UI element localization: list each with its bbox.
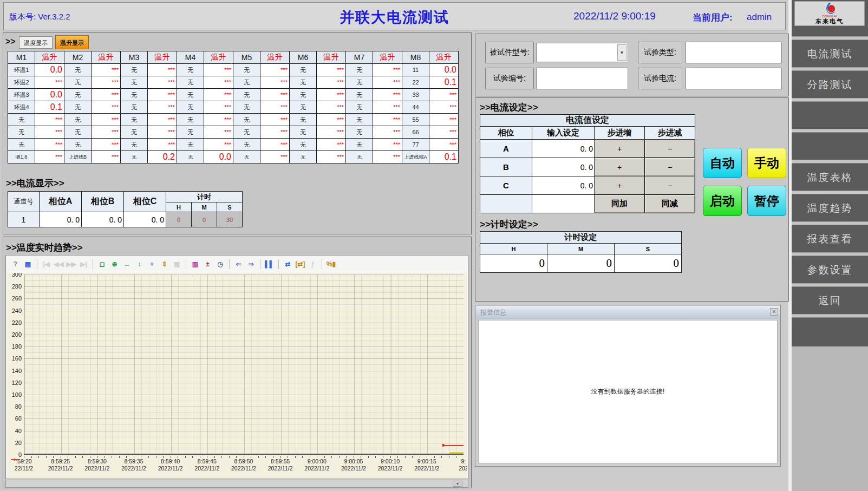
temp-rise-value: *** <box>429 114 459 126</box>
temp-rise-value: *** <box>35 126 64 139</box>
device-model-input[interactable] <box>537 43 628 62</box>
manual-button[interactable]: 手动 <box>747 148 786 178</box>
temp-rise-value: *** <box>92 64 121 76</box>
chart-scrollbar[interactable]: ▼ <box>5 480 468 488</box>
chart-settings-icon[interactable]: ▦ <box>22 258 34 270</box>
close-icon[interactable]: ✕ <box>770 308 778 316</box>
sidebar-item-parameter-settings[interactable]: 参数设置 <box>792 257 868 284</box>
zoom-vertical-icon[interactable]: ↕ <box>134 258 145 270</box>
phase-c-step-up-button[interactable]: + <box>595 176 645 195</box>
test-type-field[interactable] <box>686 42 782 63</box>
all-step-up-button[interactable]: 同加 <box>595 195 645 213</box>
test-type-input[interactable] <box>686 42 781 63</box>
measure-point-label: 无 <box>121 76 148 89</box>
phase-a-step-down-button[interactable]: − <box>645 140 695 158</box>
channel-number: 1 <box>8 212 40 227</box>
y-axis-tick-label: 260 <box>6 295 22 302</box>
phase-b-step-up-button[interactable]: + <box>595 158 645 176</box>
nav-first-icon: |◀ <box>41 258 52 270</box>
temp-rise-value: *** <box>429 89 459 101</box>
col-header-timer: 计时 <box>166 192 243 202</box>
measure-point-label: 无 <box>8 114 35 126</box>
zoom-in-icon[interactable]: ⊕ <box>109 258 120 270</box>
pause-button[interactable]: 暂停 <box>747 186 786 216</box>
legend-icon[interactable]: ▥ <box>190 258 201 270</box>
test-number-field[interactable] <box>536 68 628 89</box>
phase-empty-setting[interactable] <box>532 195 595 213</box>
temp-rise-value: *** <box>204 101 233 114</box>
phase-b-step-down-button[interactable]: − <box>645 158 695 176</box>
phase-b-setting[interactable]: 0. 0 <box>532 158 595 176</box>
sidebar-item-temperature-trend[interactable]: 温度趋势 <box>792 195 868 222</box>
percent-scale-icon[interactable]: %▮ <box>325 258 337 270</box>
span-brackets-icon[interactable]: [⇄] <box>295 258 306 270</box>
axis-scale-icon[interactable]: ⇕ <box>159 258 170 270</box>
test-current-field[interactable] <box>686 68 782 89</box>
sidebar-item-temperature-table[interactable]: 温度表格 <box>792 164 868 191</box>
test-current-input[interactable] <box>686 68 781 89</box>
temp-rise-value: *** <box>92 89 121 101</box>
pan-icon[interactable]: + <box>146 258 158 270</box>
temp-rise-value: *** <box>148 114 177 126</box>
temp-rise-value: *** <box>260 151 290 163</box>
temp-rise-value: *** <box>204 76 233 89</box>
temp-rise-value: *** <box>204 89 233 101</box>
swap-axes-icon[interactable]: ⇄ <box>282 258 293 270</box>
temp-rise-value: *** <box>35 139 64 151</box>
tab-temperature-rise-display[interactable]: 温升显示 <box>55 35 89 49</box>
phase-c-setting[interactable]: 0. 0 <box>532 176 595 195</box>
col-header-temp-rise: 温升 <box>204 51 233 64</box>
sidebar-item-branch-test[interactable]: 分路测试 <box>792 71 868 99</box>
table-row: C 0. 0 + − <box>480 176 695 195</box>
pause-icon[interactable]: ▌▌ <box>264 258 275 270</box>
scroll-down-button[interactable]: ▼ <box>453 481 462 487</box>
y-axis-tick-label: 300 <box>6 273 22 278</box>
add-remove-plot-icon[interactable]: ± <box>202 258 213 270</box>
temperature-rise-table: M1温升M2温升M3温升M4温升M5温升M6温升M7温升M8温升环温10.0无*… <box>8 51 459 163</box>
table-row: B 0. 0 + − <box>480 158 695 176</box>
timer-setting-m[interactable]: 0 <box>547 254 615 273</box>
phase-a-setting[interactable]: 0. 0 <box>532 140 595 158</box>
scroll-chart-left-icon[interactable]: ⇐ <box>233 258 244 270</box>
tab-temperature-display[interactable]: 温度显示 <box>19 36 53 49</box>
chevron-down-icon[interactable]: ▼ <box>617 44 626 61</box>
timer-setting-h[interactable]: 0 <box>480 254 547 273</box>
test-number-input[interactable] <box>537 68 628 89</box>
series-red-segment <box>443 445 464 446</box>
sidebar-item-current-test[interactable]: 电流测试 <box>792 41 868 68</box>
zoom-horizontal-icon[interactable]: ↔ <box>121 258 133 270</box>
measure-point-label: 无 <box>64 114 92 126</box>
temp-rise-value: *** <box>92 114 121 126</box>
help-icon[interactable]: ? <box>10 258 21 270</box>
toolbar-separator <box>278 259 279 269</box>
measure-point-label: 无 <box>233 114 260 126</box>
temp-rise-value: *** <box>92 126 121 139</box>
measure-point-label: 无 <box>290 126 317 139</box>
col-header-module: M7 <box>346 51 373 64</box>
table-row: 环温2***无***无***无***无***无***无***220.1 <box>8 76 459 89</box>
time-span-icon[interactable]: ◷ <box>214 258 226 270</box>
auto-button[interactable]: 自动 <box>703 148 742 178</box>
scroll-chart-right-icon[interactable]: ⇒ <box>245 258 257 270</box>
col-header-phase-c: 相位C <box>124 192 166 212</box>
logo-text-cn: 东来电气 <box>815 18 844 25</box>
sidebar-separator <box>792 160 868 163</box>
sidebar-item-report-view[interactable]: 报表查看 <box>792 226 868 253</box>
current-display-heading: >>电流显示>> <box>6 177 64 189</box>
phase-a-step-up-button[interactable]: + <box>595 140 645 158</box>
measure-point-label: 无 <box>290 76 317 89</box>
trend-chart: ?▦|◀◀◀▶▶▶|◻⊕↔↕+⇕▦▥±◷⇐⇒▌▌⇄[⇄]ƒ%▮ 30028026… <box>5 255 468 479</box>
device-model-combo[interactable]: ▼ <box>536 43 628 62</box>
col-header-module: M2 <box>64 51 92 64</box>
sidebar-item-back[interactable]: 返回 <box>792 287 868 315</box>
timer-setting-s[interactable]: 0 <box>615 254 682 273</box>
start-button[interactable]: 启动 <box>703 186 742 216</box>
test-type-label: 试验类型: <box>638 42 682 63</box>
temp-rise-value: *** <box>317 101 346 114</box>
temp-rise-value: *** <box>204 64 233 76</box>
zoom-box-icon[interactable]: ◻ <box>96 258 108 270</box>
main-area: 版本号: Ver.3.2.2 并联大电流测试 2022/11/2 9:00:19… <box>0 0 788 491</box>
measure-point-label: 无 <box>346 64 373 76</box>
all-step-down-button[interactable]: 同减 <box>645 195 695 213</box>
phase-c-step-down-button[interactable]: − <box>645 176 695 195</box>
